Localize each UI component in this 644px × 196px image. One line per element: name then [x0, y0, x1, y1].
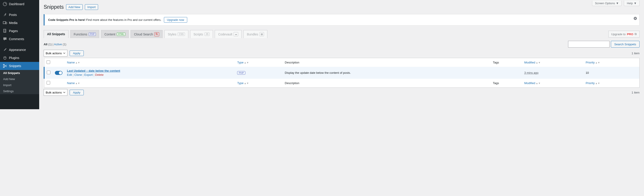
page-title: Snippets: [44, 4, 64, 10]
bulk-actions-select[interactable]: Bulk actions: [44, 50, 68, 57]
pro-badge: PRO: [627, 33, 633, 36]
sidebar-item-plugins[interactable]: Plugins: [0, 54, 39, 62]
apply-button-bottom[interactable]: Apply: [70, 90, 84, 95]
sidebar-item-appearance[interactable]: Appearance: [0, 46, 39, 54]
col-priority-foot[interactable]: Priority▲▼: [583, 79, 639, 88]
tab-cloud-search[interactable]: Cloud Search: [130, 30, 162, 38]
tab-content[interactable]: ContentHTML: [101, 30, 129, 38]
col-name-foot[interactable]: Name▲▼: [65, 79, 235, 88]
submenu-all-snippets[interactable]: All Snippets: [0, 70, 39, 76]
chevron-down-icon: ▼: [634, 2, 636, 5]
search-icon: [154, 32, 159, 36]
sort-icon: ▲▼: [244, 82, 249, 85]
grid-icon: ▦: [260, 32, 264, 36]
filter-active-link[interactable]: Active: [54, 43, 62, 46]
tab-functions[interactable]: FunctionsPHP: [70, 30, 99, 38]
row-priority: 10: [583, 67, 639, 79]
sidebar-item-media[interactable]: Media: [0, 19, 39, 27]
col-tags-foot: Tags: [490, 79, 522, 88]
tab-styles: StylesCSS: [164, 30, 188, 38]
upgrade-to-pro-button[interactable]: Upgrade to PRO ⧉: [608, 31, 640, 38]
scissors-icon: [3, 64, 7, 68]
sidebar-item-label: Snippets: [9, 64, 21, 68]
filter-tabs: All Snippets FunctionsPHP ContentHTML Cl…: [44, 30, 608, 38]
sidebar-item-label: Media: [9, 21, 18, 25]
screen-options-button[interactable]: Screen Options ▼: [592, 1, 622, 6]
sort-icon: ▲▼: [75, 82, 80, 85]
sidebar-item-dashboard[interactable]: Dashboard: [0, 0, 39, 8]
admin-sidebar: Dashboard Posts Media Pages Comments App…: [0, 0, 39, 109]
item-count-top: 1 item: [632, 52, 640, 55]
svg-point-5: [3, 64, 4, 66]
import-button[interactable]: Import: [85, 4, 98, 10]
col-modified[interactable]: Modified▲▼: [522, 58, 583, 67]
row-modified: 3 mins ago: [524, 71, 538, 74]
select-all-checkbox[interactable]: [46, 60, 50, 64]
brush-icon: [3, 48, 7, 52]
php-badge: PHP: [89, 33, 96, 36]
apply-button-top[interactable]: Apply: [70, 51, 84, 56]
col-description: Description: [282, 58, 490, 67]
tab-codevault: Codevault☁: [215, 30, 242, 38]
edit-link[interactable]: Edit: [67, 73, 72, 76]
col-name[interactable]: Name▲▼: [65, 58, 235, 67]
export-link[interactable]: Export: [84, 73, 93, 76]
delete-link[interactable]: Delete: [95, 73, 104, 76]
dashboard-icon: [3, 2, 7, 6]
sidebar-item-label: Comments: [9, 37, 24, 41]
col-modified-foot[interactable]: Modified▲▼: [522, 79, 583, 88]
col-priority[interactable]: Priority▲▼: [583, 58, 639, 67]
enable-toggle[interactable]: [55, 71, 62, 75]
sidebar-item-label: Dashboard: [9, 2, 24, 6]
close-icon[interactable]: [634, 17, 637, 21]
type-badge: PHP: [237, 71, 246, 75]
add-new-button[interactable]: Add New: [66, 4, 83, 10]
notice-text: Find more about the features in Pro and …: [85, 18, 162, 22]
js-badge: JS: [204, 33, 210, 36]
bulk-actions-select-bottom[interactable]: Bulk actions: [44, 89, 68, 96]
external-link-icon: ⧉: [634, 32, 636, 36]
cloud-icon: ☁: [234, 32, 238, 36]
col-description-foot: Description: [282, 79, 490, 88]
select-all-checkbox-bottom[interactable]: [46, 81, 50, 85]
sidebar-item-posts[interactable]: Posts: [0, 11, 39, 19]
plug-icon: [3, 56, 7, 60]
sort-icon: ▲▼: [536, 61, 540, 64]
snippet-title-link[interactable]: Last Updated – date below the content: [67, 69, 233, 72]
help-button[interactable]: Help ▼: [624, 1, 640, 6]
html-badge: HTML: [117, 33, 126, 36]
submenu-add-new[interactable]: Add New: [0, 76, 39, 82]
sort-icon: ▲▼: [536, 82, 540, 85]
media-icon: [3, 21, 7, 25]
sidebar-item-snippets[interactable]: Snippets: [0, 62, 39, 70]
sort-icon: ▲▼: [595, 82, 600, 85]
comment-icon: [3, 37, 7, 41]
submenu-import[interactable]: Import: [0, 82, 39, 88]
item-count-bottom: 1 item: [632, 91, 640, 94]
snippets-table: Name▲▼ Type▲▼ Description Tags Modified▲…: [44, 58, 640, 88]
tab-all-snippets[interactable]: All Snippets: [44, 30, 68, 38]
css-badge: CSS: [178, 33, 185, 36]
sidebar-item-comments[interactable]: Comments: [0, 35, 39, 43]
search-input[interactable]: [568, 41, 610, 48]
clone-link[interactable]: Clone: [74, 73, 82, 76]
tab-bundles: Bundles▦: [244, 30, 267, 38]
row-description: Display the update date below the conten…: [282, 67, 490, 79]
sidebar-item-pages[interactable]: Pages: [0, 27, 39, 35]
row-checkbox[interactable]: [47, 71, 50, 74]
upgrade-notice: Code Snippets Pro is here! Find more abo…: [44, 14, 640, 26]
sidebar-submenu: All Snippets Add New Import Settings: [0, 70, 39, 94]
col-type-foot[interactable]: Type▲▼: [235, 79, 282, 88]
sidebar-item-label: Plugins: [9, 56, 19, 60]
submenu-settings[interactable]: Settings: [0, 88, 39, 94]
sidebar-item-label: Appearance: [9, 48, 26, 52]
table-row: Last Updated – date below the content Ed…: [44, 67, 640, 79]
col-type[interactable]: Type▲▼: [235, 58, 282, 67]
sidebar-item-label: Posts: [9, 13, 17, 17]
row-actions: Edit | Clone | Export | Delete: [67, 73, 233, 76]
search-button[interactable]: Search Snippets: [611, 41, 640, 48]
upgrade-now-link[interactable]: Upgrade now: [164, 17, 187, 23]
svg-point-8: [156, 33, 157, 35]
main-content: Screen Options ▼ Help ▼ Snippets Add New…: [39, 0, 644, 109]
svg-point-6: [3, 67, 4, 68]
